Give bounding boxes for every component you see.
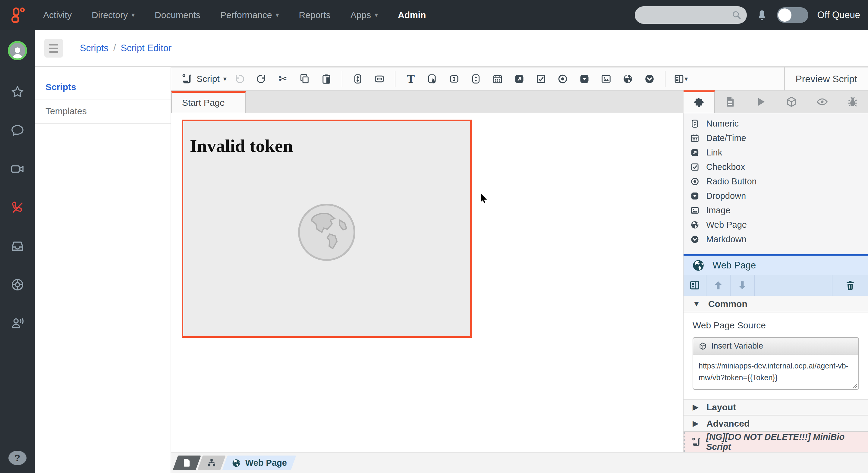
breadcrumb-scripts[interactable]: Scripts	[80, 43, 108, 54]
wrap-in-container-button[interactable]	[684, 275, 707, 296]
text-tool[interactable]: T	[401, 70, 420, 88]
component-checkbox[interactable]: Checkbox	[684, 160, 868, 174]
nav-admin[interactable]: Admin	[398, 10, 426, 20]
tab-actions[interactable]	[745, 91, 776, 113]
common-section-body: Web Page Source Insert Variable https://…	[684, 312, 868, 399]
nav-apps[interactable]: Apps▾	[350, 10, 378, 20]
menu-hamburger-button[interactable]	[44, 39, 63, 58]
inbox-icon[interactable]	[10, 239, 24, 253]
interactions-target-icon[interactable]	[10, 278, 24, 292]
preview-script-button[interactable]: Preview Script	[784, 67, 868, 91]
component-datetime[interactable]: Date/Time	[684, 131, 868, 145]
nav-reports[interactable]: Reports	[299, 10, 331, 20]
datetime-tool[interactable]	[488, 70, 507, 88]
component-markdown[interactable]: Markdown	[684, 232, 868, 247]
queue-status-toggle[interactable]	[777, 7, 808, 23]
columns-icon	[674, 73, 684, 84]
video-icon[interactable]	[10, 162, 24, 176]
image-tool[interactable]	[597, 70, 615, 88]
component-list: Numeric Date/Time Link Checkbox Radio Bu…	[684, 113, 868, 247]
component-radio-button[interactable]: Radio Button	[684, 174, 868, 189]
chat-icon[interactable]	[10, 124, 24, 137]
link-tool[interactable]	[510, 70, 529, 88]
help-button[interactable]: ?	[8, 451, 27, 465]
script-canvas[interactable]: Invalid token	[171, 113, 684, 452]
nav-activity[interactable]: Activity	[43, 10, 72, 20]
agent-voice-icon[interactable]	[10, 316, 24, 330]
search-input[interactable]	[635, 6, 747, 24]
editor-toolbar: Script ▾ ✂ T	[171, 67, 868, 90]
top-navigation-bar: Activity Directory▾ Documents Performanc…	[0, 0, 868, 30]
puzzle-icon	[693, 96, 705, 108]
vertical-spacer-tool[interactable]	[348, 70, 367, 88]
numeric-stepper-icon	[690, 119, 700, 128]
checkbox-tool[interactable]	[532, 70, 550, 88]
tab-pages[interactable]	[715, 91, 746, 113]
markdown-icon	[690, 235, 700, 244]
delete-component-button[interactable]	[832, 275, 868, 296]
user-avatar[interactable]	[8, 41, 27, 60]
tab-start-page[interactable]: Start Page	[171, 91, 246, 113]
breadcrumb-structure-segment[interactable]	[197, 455, 225, 470]
component-image[interactable]: Image	[684, 203, 868, 218]
horizontal-spacer-icon	[374, 73, 385, 84]
cut-button[interactable]: ✂	[274, 70, 292, 88]
tab-components[interactable]	[684, 90, 715, 113]
breadcrumb-webpage-segment[interactable]: Web Page	[222, 455, 296, 470]
section-layout[interactable]: ▶ Layout	[684, 399, 868, 415]
sidebar-item-scripts[interactable]: Scripts	[35, 75, 170, 99]
selection-label: Web Page	[245, 458, 287, 468]
horizontal-spacer-tool[interactable]	[370, 70, 389, 88]
markdown-tool[interactable]	[640, 70, 659, 88]
undo-icon	[234, 73, 245, 84]
breadcrumb-script-editor[interactable]: Script Editor	[121, 43, 172, 54]
script-menu-button[interactable]: Script ▾	[178, 73, 230, 85]
checkbox-icon	[690, 162, 700, 172]
button-tool[interactable]	[423, 70, 442, 88]
nav-directory[interactable]: Directory▾	[92, 10, 135, 20]
input-tool[interactable]	[445, 70, 464, 88]
web-page-source-input[interactable]: https://miniapps-dev.internal.ocp.ai/age…	[693, 355, 858, 389]
tab-variables[interactable]	[776, 91, 807, 113]
genesys-logo[interactable]	[0, 0, 35, 30]
component-dropdown[interactable]: Dropdown	[684, 189, 868, 203]
layout-columns-menu[interactable]: ▾	[672, 70, 690, 88]
dropdown-icon	[690, 191, 700, 201]
webpage-tool[interactable]	[618, 70, 637, 88]
section-advanced[interactable]: ▶ Advanced	[684, 415, 868, 432]
paste-button[interactable]	[317, 70, 336, 88]
component-numeric[interactable]: Numeric	[684, 116, 868, 131]
breadcrumb-separator: /	[113, 43, 116, 54]
script-name-label: [NG][DO NOT DELETE!!!] MiniBio Script	[706, 432, 868, 452]
vertical-spacer-icon	[352, 73, 363, 84]
component-link[interactable]: Link	[684, 145, 868, 160]
copy-button[interactable]	[296, 70, 314, 88]
image-icon	[690, 206, 700, 215]
move-down-button[interactable]	[731, 275, 755, 296]
radio-tool[interactable]	[553, 70, 572, 88]
section-common[interactable]: ▼ Common	[684, 296, 868, 312]
webpage-component-selected[interactable]: Invalid token	[182, 120, 472, 338]
phone-disconnected-icon[interactable]	[10, 201, 24, 215]
nav-documents[interactable]: Documents	[155, 10, 200, 20]
notifications-bell-icon[interactable]	[756, 8, 768, 22]
undo-button[interactable]	[230, 70, 249, 88]
web-page-source-editor: Insert Variable https://miniapps-dev.int…	[692, 337, 859, 390]
link-icon	[514, 73, 525, 84]
toolbar-divider	[395, 71, 396, 87]
move-up-button[interactable]	[707, 275, 731, 296]
redo-button[interactable]	[252, 70, 271, 88]
tab-visibility[interactable]	[807, 91, 838, 113]
sidebar-item-templates[interactable]: Templates	[35, 99, 170, 124]
nav-performance[interactable]: Performance▾	[220, 10, 279, 20]
script-name-bar[interactable]: [NG][DO NOT DELETE!!!] MiniBio Script	[684, 432, 868, 452]
insert-variable-button[interactable]: Insert Variable	[693, 338, 858, 355]
main-nav: Activity Directory▾ Documents Performanc…	[43, 10, 426, 20]
component-web-page[interactable]: Web Page	[684, 218, 868, 232]
tab-debug[interactable]	[837, 91, 868, 113]
dropdown-tool[interactable]	[575, 70, 594, 88]
numeric-tool[interactable]	[467, 70, 485, 88]
breadcrumb-page-segment[interactable]	[173, 455, 201, 470]
breadcrumb: Scripts / Script Editor	[80, 43, 172, 54]
favorites-star-icon[interactable]	[10, 85, 24, 99]
